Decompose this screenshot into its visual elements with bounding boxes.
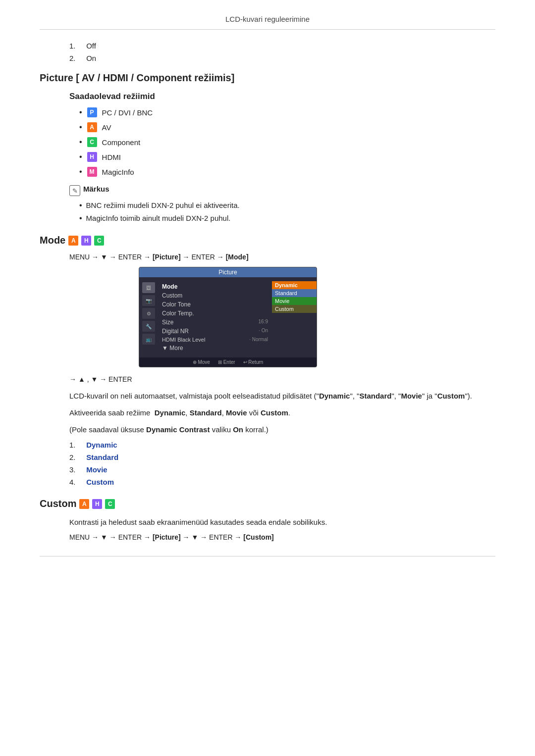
- badge-c: C: [87, 137, 97, 147]
- custom-menu-path-text: MENU → ▼ → ENTER → [Picture] → ▼ → ENTER…: [69, 533, 274, 541]
- item-on: On: [86, 54, 96, 62]
- menu-item-hdmiblack: HDMI Black Level · Normal: [162, 336, 268, 344]
- note-label: Märkus: [83, 185, 109, 193]
- mode-item-dynamic: 1. Dynamic: [69, 441, 495, 449]
- note-icon: ✎: [69, 185, 80, 196]
- menu-item-custom: Custom: [162, 291, 268, 300]
- mode-section-heading: Mode A H C: [40, 235, 495, 246]
- custom-body-text: Kontrasti ja heledust saab ekraanimenüüd…: [69, 516, 495, 528]
- screenshot-title: Picture: [218, 269, 237, 276]
- mode-item-movie: 3. Movie: [69, 465, 495, 474]
- mode-item-standard: 2. Standard: [69, 453, 495, 461]
- page-container: LCD-kuvari reguleerimine 1. Off 2. On Pi…: [0, 0, 535, 586]
- custom-badge-h: H: [92, 499, 102, 509]
- screenshot-body: 🖼 📷 ⚙ 🔧 📺 Mode Custom Color Tone Color T: [139, 277, 317, 357]
- icon-2: 📷: [142, 295, 155, 306]
- screenshot-footer: ⊕ Move ⊞ Enter ↩ Return: [139, 357, 317, 367]
- mode-hdmi-label: HDMI: [102, 153, 121, 161]
- menu-item-colortone: Color Tone: [162, 300, 268, 309]
- submenu-dynamic: Dynamic: [272, 281, 317, 289]
- custom-menu-path: MENU → ▼ → ENTER → [Picture] → ▼ → ENTER…: [69, 533, 495, 541]
- mode-hdmi: H HDMI: [79, 152, 495, 162]
- mode-badge-c: C: [94, 236, 104, 246]
- mode-body-text-1: LCD-kuvaril on neli automaatset, valmist…: [69, 390, 495, 402]
- mode-badge-a: A: [68, 236, 78, 246]
- footer-enter: ⊞ Enter: [218, 359, 235, 365]
- mode-body-text-3: (Pole saadaval üksuse Dynamic Contrast v…: [69, 424, 495, 436]
- custom-badge-c: C: [105, 499, 115, 509]
- screenshot-submenu: Dynamic Standard Movie Custom: [272, 280, 317, 354]
- screenshot-menu: Mode Custom Color Tone Color Temp. Size …: [158, 280, 272, 354]
- mode-component-label: Component: [102, 138, 141, 147]
- mode-badge-h: H: [81, 236, 91, 246]
- custom-body-text-content: Kontrasti ja heledust saab ekraanimenüüd…: [69, 518, 327, 526]
- mode-standard-label: Standard: [86, 453, 118, 461]
- mode-item-custom: 4. Custom: [69, 478, 495, 486]
- menu-item-mode: Mode: [162, 282, 268, 291]
- footer-return: ↩ Return: [243, 359, 264, 365]
- top-numbered-list: 1. Off 2. On: [69, 42, 495, 62]
- submenu-custom: Custom: [272, 305, 317, 313]
- mode-numbered-list: 1. Dynamic 2. Standard 3. Movie 4. Custo…: [69, 441, 495, 486]
- menu-item-size: Size 16:9: [162, 318, 268, 327]
- icon-3: ⚙: [142, 308, 155, 319]
- badge-a: A: [87, 122, 97, 132]
- custom-badge-a: A: [79, 499, 89, 509]
- mode-av-label: AV: [102, 123, 111, 132]
- icon-5: 📺: [142, 334, 155, 345]
- mode-menu-path-text: MENU → ▼ → ENTER → [Picture] → ENTER → […: [69, 253, 249, 261]
- mode-movie-label: Movie: [86, 465, 107, 474]
- mode-screenshot: Picture 🖼 📷 ⚙ 🔧 📺 Mode Custom Color: [139, 267, 317, 367]
- mode-body-text-2: Aktiveerida saab režiime Dynamic, Standa…: [69, 407, 495, 419]
- nav-hint-text: → ▲ , ▼ → ENTER: [69, 375, 132, 383]
- mode-component: C Component: [79, 137, 495, 147]
- mode-magicinfo-label: MagicInfo: [102, 168, 134, 176]
- list-item-off: 1. Off: [69, 42, 495, 50]
- badge-h: H: [87, 152, 97, 162]
- bottom-divider: [40, 556, 495, 556]
- submenu-movie: Movie: [272, 297, 317, 305]
- item-num-1: 1.: [69, 42, 84, 50]
- screenshot-titlebar: Picture: [139, 267, 317, 277]
- modes-list: P PC / DVI / BNC A AV C Component H HDMI…: [79, 107, 495, 177]
- note-bullet-1: BNC režiimi mudeli DXN-2 puhul ei aktive…: [79, 201, 495, 210]
- item-num-2: 2.: [69, 54, 84, 62]
- note-bullets: BNC režiimi mudeli DXN-2 puhul ei aktive…: [79, 201, 495, 223]
- mode-magicinfo: M MagicInfo: [79, 167, 495, 177]
- submenu-standard: Standard: [272, 289, 317, 297]
- picture-section-heading: Picture [ AV / HDMI / Component režiimis…: [40, 72, 495, 84]
- custom-heading-text: Custom: [40, 498, 76, 509]
- nav-hint: → ▲ , ▼ → ENTER: [69, 375, 495, 383]
- item-off: Off: [86, 42, 96, 50]
- mode-pc-label: PC / DVI / BNC: [102, 108, 153, 117]
- mode-custom-label: Custom: [86, 478, 114, 486]
- sub-heading-modes: Saadaolevad režiimid: [69, 92, 495, 101]
- mode-dynamic-label: Dynamic: [86, 441, 117, 449]
- page-title: LCD-kuvari reguleerimine: [40, 15, 495, 30]
- menu-item-digitalnr: Digital NR · On: [162, 327, 268, 336]
- note-bullet-1-text: BNC režiimi mudeli DXN-2 puhul ei aktive…: [86, 201, 240, 209]
- mode-heading-text: Mode: [40, 235, 65, 246]
- list-item-on: 2. On: [69, 54, 495, 62]
- mode-av: A AV: [79, 122, 495, 132]
- mode-pc: P PC / DVI / BNC: [79, 107, 495, 117]
- custom-section-heading: Custom A H C: [40, 498, 495, 509]
- menu-item-colortemp: Color Temp.: [162, 309, 268, 318]
- badge-m: M: [87, 167, 97, 177]
- mode-menu-path: MENU → ▼ → ENTER → [Picture] → ENTER → […: [69, 253, 495, 261]
- note-bullet-2-text: MagicInfo toimib ainult mudeli DXN-2 puh…: [86, 214, 231, 222]
- footer-move: ⊕ Move: [193, 359, 210, 365]
- note-bullet-2: MagicInfo toimib ainult mudeli DXN-2 puh…: [79, 214, 495, 223]
- menu-item-more: ▼ More: [162, 344, 268, 353]
- icon-1: 🖼: [142, 282, 155, 293]
- screenshot-icons: 🖼 📷 ⚙ 🔧 📺: [139, 280, 158, 354]
- note-box: ✎ Märkus: [69, 185, 495, 196]
- badge-p: P: [87, 107, 97, 117]
- icon-4: 🔧: [142, 321, 155, 332]
